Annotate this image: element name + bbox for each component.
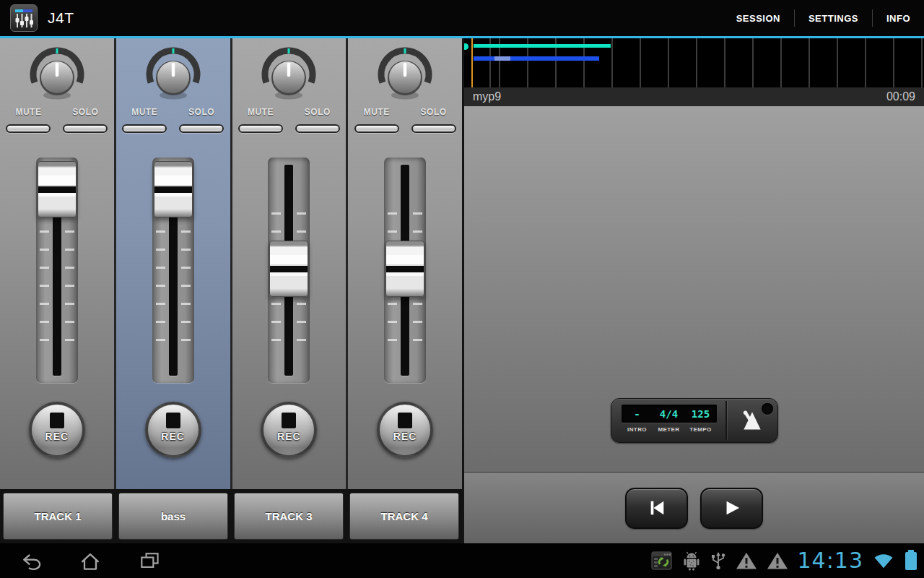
fader-ticks	[181, 197, 191, 347]
solo-button-1[interactable]	[63, 124, 108, 133]
solo-button-3[interactable]	[295, 124, 340, 133]
pan-knob-2[interactable]	[141, 46, 206, 102]
fader-handle-4[interactable]	[385, 241, 424, 297]
menu-settings[interactable]: SETTINGS	[795, 0, 872, 36]
metronome-display[interactable]: - 4/4 125 INTRO METER TEMPO	[611, 399, 725, 442]
record-button-1[interactable]: REC	[29, 402, 85, 458]
solo-button-2[interactable]	[179, 124, 224, 133]
fader-handle-2[interactable]	[154, 161, 193, 217]
mute-solo-labels: MUTE SOLO	[232, 107, 346, 117]
track-name-row: TRACK 1 bass TRACK 3 TRACK 4	[0, 489, 462, 543]
fader-handle-3[interactable]	[269, 241, 308, 297]
mixer-logo-glyph	[12, 7, 35, 30]
wifi-icon	[873, 552, 894, 569]
volume-fader-3[interactable]	[268, 158, 310, 383]
track-name-button-1[interactable]: TRACK 1	[3, 493, 113, 540]
action-bar: J4T SESSION SETTINGS INFO	[0, 0, 924, 36]
track-name-button-2[interactable]: bass	[118, 493, 228, 540]
arranger-background: - 4/4 125 INTRO METER TEMPO	[464, 106, 924, 472]
usb-debugging-robot-icon	[682, 551, 701, 571]
status-tray[interactable]: 14:13	[651, 550, 917, 571]
pan-knob-4[interactable]	[372, 46, 437, 102]
mute-label: MUTE	[116, 107, 173, 117]
mute-button-2[interactable]	[122, 124, 167, 133]
intro-value: -	[622, 408, 653, 420]
play-icon	[721, 499, 743, 517]
mute-label: MUTE	[232, 107, 289, 117]
battery-icon	[905, 552, 917, 570]
mute-button-1[interactable]	[6, 124, 51, 133]
app-title: J4T	[48, 9, 74, 27]
track-name-button-4[interactable]: TRACK 4	[349, 493, 459, 540]
mute-solo-buttons	[116, 124, 230, 133]
meter-label: METER	[653, 426, 685, 433]
tempo-value: 125	[685, 408, 717, 420]
record-button-2[interactable]: REC	[145, 402, 201, 458]
record-label: REC	[161, 431, 185, 442]
mute-solo-labels: MUTE SOLO	[348, 107, 462, 117]
record-square-icon	[282, 413, 296, 428]
record-button-3[interactable]: REC	[261, 402, 317, 458]
track-name-button-3[interactable]: TRACK 3	[234, 493, 344, 540]
mute-solo-buttons	[0, 124, 114, 133]
volume-fader-4[interactable]	[384, 158, 426, 383]
solo-label: SOLO	[173, 107, 230, 117]
mute-button-4[interactable]	[354, 124, 399, 133]
session-info-strip: myp9 00:09	[464, 87, 924, 106]
solo-label: SOLO	[289, 107, 346, 117]
pan-knob-3[interactable]	[256, 46, 321, 102]
record-square-icon	[166, 413, 180, 428]
solo-label: SOLO	[405, 107, 462, 117]
intro-label: INTRO	[622, 426, 653, 433]
record-square-icon	[50, 413, 64, 428]
warning-icon	[767, 551, 788, 570]
rewind-to-start-button[interactable]	[625, 488, 688, 529]
record-label: REC	[277, 431, 301, 442]
clip-track2[interactable]	[474, 56, 599, 61]
metronome-toggle-button[interactable]	[727, 399, 777, 442]
recent-apps-icon[interactable]	[137, 549, 162, 572]
mute-solo-labels: MUTE SOLO	[0, 107, 114, 117]
navigation-buttons	[19, 549, 162, 572]
app-logo-icon[interactable]	[10, 4, 38, 32]
channel-strip-1: MUTE SOLO REC	[0, 38, 116, 489]
metronome-widget: - 4/4 125 INTRO METER TEMPO	[611, 398, 778, 443]
volume-fader-2[interactable]	[152, 158, 194, 383]
play-button[interactable]	[700, 488, 763, 529]
fader-ticks	[40, 197, 49, 347]
transport-bar	[464, 473, 924, 543]
fader-ticks	[156, 197, 165, 347]
mute-solo-labels: MUTE SOLO	[116, 107, 230, 117]
record-label: REC	[393, 431, 417, 442]
android-system-bar: 14:13	[0, 543, 924, 578]
metronome-labels: INTRO METER TEMPO	[622, 426, 717, 433]
mixer-panel: MUTE SOLO REC	[0, 38, 462, 543]
mute-solo-buttons	[348, 124, 462, 133]
fader-handle-1[interactable]	[38, 161, 77, 217]
pan-knob-1[interactable]	[25, 46, 90, 102]
fader-ticks	[65, 197, 74, 347]
usb-connected-icon	[710, 551, 726, 571]
playhead[interactable]	[471, 38, 473, 87]
main-content: MUTE SOLO REC	[0, 38, 924, 543]
metronome-led	[762, 403, 773, 415]
back-icon[interactable]	[19, 549, 43, 572]
arranger-panel: myp9 00:09 - 4/4 125 INTRO METER TEMPO	[462, 38, 924, 543]
mute-button-3[interactable]	[238, 124, 283, 133]
solo-button-4[interactable]	[411, 124, 456, 133]
session-name: myp9	[473, 90, 501, 103]
channel-strip-2: MUTE SOLO REC	[116, 38, 232, 489]
menu-info[interactable]: INFO	[873, 0, 924, 36]
record-button-4[interactable]: REC	[377, 402, 433, 458]
volume-fader-1[interactable]	[36, 158, 78, 383]
record-square-icon	[398, 413, 412, 428]
menu-session[interactable]: SESSION	[723, 0, 794, 36]
clip-track2-highlight	[494, 56, 510, 61]
mute-solo-buttons	[232, 124, 346, 133]
meter-value: 4/4	[653, 408, 685, 420]
channel-strip-4: MUTE SOLO REC	[348, 38, 462, 489]
solo-label: SOLO	[57, 107, 114, 117]
clip-track1[interactable]	[474, 44, 611, 48]
home-icon[interactable]	[78, 549, 103, 572]
timeline[interactable]	[464, 38, 924, 87]
